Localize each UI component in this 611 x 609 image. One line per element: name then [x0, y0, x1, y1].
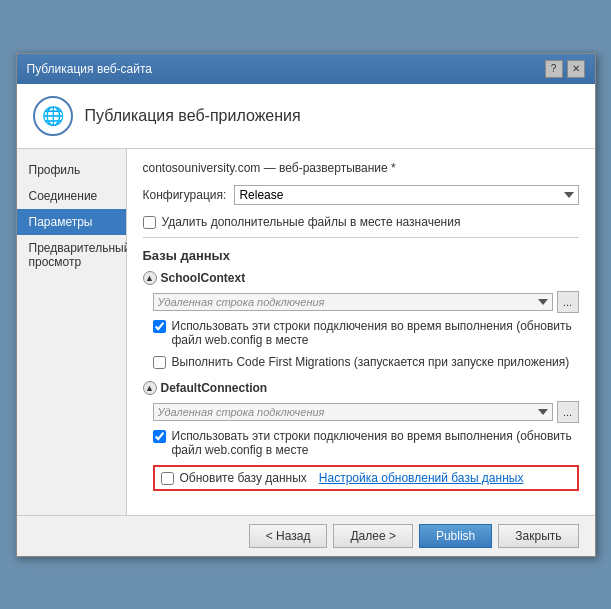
config-select[interactable]: Release: [234, 185, 578, 205]
school-context-header: ▲ SchoolContext: [143, 271, 579, 285]
sidebar-item-profile[interactable]: Профиль: [17, 157, 126, 183]
help-button[interactable]: ?: [545, 60, 563, 78]
school-use-conn-label: Использовать эти строки подключения во в…: [172, 319, 579, 347]
school-conn-row: Удаленная строка подключения ...: [153, 291, 579, 313]
update-db-checkbox[interactable]: [161, 472, 174, 485]
title-bar: Публикация веб-сайта ? ✕: [17, 54, 595, 84]
separator-1: [143, 237, 579, 238]
default-conn-select[interactable]: Удаленная строка подключения: [153, 403, 553, 421]
default-conn-name: DefaultConnection: [161, 381, 268, 395]
default-conn-header: ▲ DefaultConnection: [143, 381, 579, 395]
title-bar-left: Публикация веб-сайта: [27, 62, 152, 76]
update-db-label: Обновите базу данных: [180, 471, 307, 485]
dialog-footer: < Назад Далее > Publish Закрыть: [17, 515, 595, 556]
school-browse-btn[interactable]: ...: [557, 291, 579, 313]
default-use-conn-checkbox[interactable]: [153, 430, 166, 443]
school-context-toggle[interactable]: ▲: [143, 271, 157, 285]
config-label: Конфигурация:: [143, 188, 227, 202]
header-icon: 🌐: [33, 96, 73, 136]
close-title-button[interactable]: ✕: [567, 60, 585, 78]
publish-button[interactable]: Publish: [419, 524, 492, 548]
default-use-conn-label: Использовать эти строки подключения во в…: [172, 429, 579, 457]
dialog-header: 🌐 Публикация веб-приложения: [17, 84, 595, 149]
dialog-body: Профиль Соединение Параметры Предварител…: [17, 149, 595, 515]
school-conn-select[interactable]: Удаленная строка подключения: [153, 293, 553, 311]
school-migrations-checkbox[interactable]: [153, 356, 166, 369]
back-button[interactable]: < Назад: [249, 524, 328, 548]
databases-title: Базы данных: [143, 248, 579, 263]
sidebar-item-preview[interactable]: Предварительный просмотр: [17, 235, 126, 275]
title-bar-controls: ? ✕: [545, 60, 585, 78]
globe-icon: 🌐: [42, 105, 64, 127]
default-conn-section: ▲ DefaultConnection Удаленная строка под…: [143, 381, 579, 491]
main-content: contosouniversity.com — веб-развертывани…: [127, 149, 595, 515]
update-db-link[interactable]: Настройка обновлений базы данных: [319, 471, 524, 485]
school-migrations-row: Выполнить Code First Migrations (запуска…: [153, 355, 579, 369]
school-use-conn-checkbox[interactable]: [153, 320, 166, 333]
delete-files-checkbox[interactable]: [143, 216, 156, 229]
default-use-conn-row: Использовать эти строки подключения во в…: [153, 429, 579, 457]
default-browse-btn[interactable]: ...: [557, 401, 579, 423]
profile-info: contosouniversity.com — веб-развертывани…: [143, 161, 579, 175]
sidebar-item-settings[interactable]: Параметры: [17, 209, 126, 235]
next-button[interactable]: Далее >: [333, 524, 413, 548]
title-bar-text: Публикация веб-сайта: [27, 62, 152, 76]
update-db-highlighted-row: Обновите базу данных Настройка обновлени…: [153, 465, 579, 491]
default-conn-toggle[interactable]: ▲: [143, 381, 157, 395]
school-context-section: ▲ SchoolContext Удаленная строка подключ…: [143, 271, 579, 369]
default-conn-row: Удаленная строка подключения ...: [153, 401, 579, 423]
school-context-name: SchoolContext: [161, 271, 246, 285]
dialog-title: Публикация веб-приложения: [85, 107, 301, 125]
sidebar: Профиль Соединение Параметры Предварител…: [17, 149, 127, 515]
school-use-conn-row: Использовать эти строки подключения во в…: [153, 319, 579, 347]
main-dialog: Публикация веб-сайта ? ✕ 🌐 Публикация ве…: [16, 53, 596, 557]
update-db-row: Обновите базу данных Настройка обновлени…: [161, 471, 571, 485]
close-button[interactable]: Закрыть: [498, 524, 578, 548]
school-migrations-label: Выполнить Code First Migrations (запуска…: [172, 355, 570, 369]
config-row: Конфигурация: Release: [143, 185, 579, 205]
sidebar-item-connection[interactable]: Соединение: [17, 183, 126, 209]
delete-files-row: Удалить дополнительные файлы в месте наз…: [143, 215, 579, 229]
delete-files-label: Удалить дополнительные файлы в месте наз…: [162, 215, 461, 229]
